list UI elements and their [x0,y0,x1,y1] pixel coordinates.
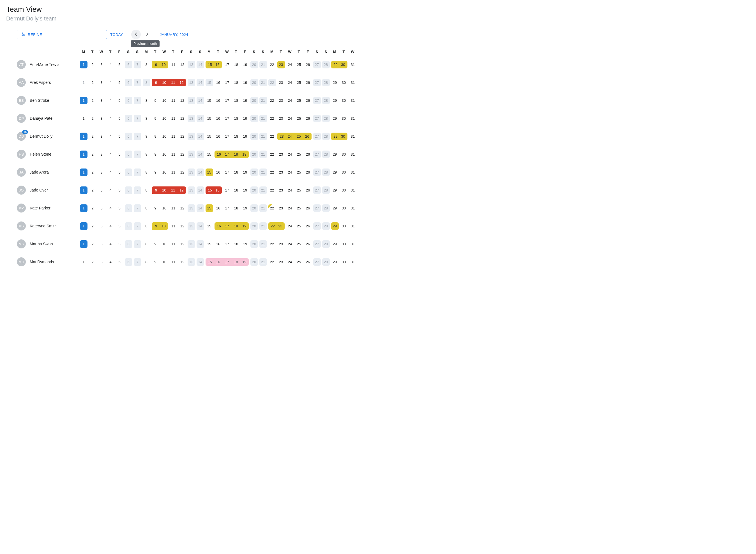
day-cell[interactable]: 29 [331,115,339,122]
day-cell[interactable]: 6 [125,258,132,266]
day-cell[interactable]: 24 [286,151,294,158]
day-cell[interactable]: 22 [268,204,276,212]
day-cell[interactable]: 10 [161,132,168,140]
day-cell[interactable]: 26 [304,97,312,104]
day-cell[interactable]: 15 [206,115,213,122]
day-cell[interactable]: 20 [251,204,258,212]
day-cell[interactable]: 19 [241,186,249,194]
day-cell[interactable]: 21 [259,186,267,194]
day-cell[interactable]: 23 [277,240,285,248]
person-cell[interactable]: ATAnn-Marie Trevis [6,56,79,73]
day-cell[interactable]: 20 [251,97,258,104]
day-cell[interactable]: 11 [170,222,177,230]
day-cell[interactable]: 3 [98,204,105,212]
day-cell[interactable]: 26 [304,258,312,266]
day-cell[interactable]: 28 [322,115,330,122]
prev-month-button[interactable] [131,30,141,39]
day-cell[interactable]: 1 [80,151,88,158]
day-cell[interactable]: 26 [304,222,312,230]
day-cell[interactable]: 10 [161,168,168,176]
day-cell[interactable]: 13 [187,97,195,104]
day-cell[interactable]: 31 [349,168,357,176]
day-cell[interactable]: 20 [251,61,258,68]
day-cell[interactable]: 14 [197,132,204,140]
day-cell[interactable]: 22 [268,132,276,140]
day-cell[interactable]: 18 [231,222,241,230]
day-cell[interactable]: 27 [313,168,321,176]
day-cell[interactable]: 18 [232,97,240,104]
day-cell[interactable]: 25 [295,186,303,194]
day-cell[interactable]: 7 [134,151,141,158]
day-cell[interactable]: 22 [268,151,276,158]
day-cell[interactable]: 24 [286,186,294,194]
day-cell[interactable]: 23 [277,204,285,212]
day-cell[interactable]: 2 [89,79,97,86]
day-cell[interactable]: 30 [339,132,347,140]
day-cell[interactable]: 2 [89,222,97,230]
day-cell[interactable]: 5 [116,151,123,158]
day-cell[interactable]: 31 [349,115,357,122]
day-cell[interactable]: 12 [179,240,186,248]
day-cell[interactable]: 15 [206,204,213,212]
day-cell[interactable]: 31 [349,240,357,248]
day-cell[interactable]: 28 [322,168,330,176]
day-cell[interactable]: 16 [215,97,222,104]
day-cell[interactable]: 21 [259,151,267,158]
day-cell[interactable]: 15 [206,97,213,104]
day-cell[interactable]: 14 [197,79,204,86]
day-cell[interactable]: 27 [313,240,321,248]
day-cell[interactable]: 26 [304,115,312,122]
day-cell[interactable]: 4 [107,132,114,140]
day-cell[interactable]: 28 [322,79,330,86]
day-cell[interactable]: 11 [168,79,178,86]
day-cell[interactable]: 24 [285,132,295,140]
day-cell[interactable]: 31 [349,222,357,230]
day-cell[interactable]: 20 [251,132,258,140]
person-cell[interactable]: MSMartha Swan [6,235,79,253]
day-cell[interactable]: 21 [259,132,267,140]
day-cell[interactable]: 11 [170,151,177,158]
day-cell[interactable]: 29 [331,258,339,266]
day-cell[interactable]: 25 [295,79,303,86]
day-cell[interactable]: 4 [107,240,114,248]
day-cell[interactable]: 18 [232,168,240,176]
day-cell[interactable]: 24 [286,222,294,230]
day-cell[interactable]: 16 [215,132,222,140]
day-cell[interactable]: 17 [222,258,232,266]
day-cell[interactable]: 16 [215,168,222,176]
day-cell[interactable]: 19 [241,168,249,176]
day-cell[interactable]: 31 [349,61,357,68]
day-cell[interactable]: 9 [152,240,159,248]
day-cell[interactable]: 10 [161,240,168,248]
day-cell[interactable]: 19 [241,115,249,122]
day-cell[interactable]: 23 [277,97,285,104]
day-cell[interactable]: 20 [251,186,258,194]
day-cell[interactable]: 17 [223,79,231,86]
person-cell[interactable]: MDMat Dymonds [6,253,79,271]
day-cell[interactable]: 9 [152,115,159,122]
day-cell[interactable]: 10 [161,151,168,158]
day-cell[interactable]: 6 [125,115,132,122]
day-cell[interactable]: 25 [294,132,304,140]
day-cell[interactable]: 22 [268,115,276,122]
day-cell[interactable]: 11 [170,115,177,122]
day-cell[interactable]: 3 [98,115,105,122]
day-cell[interactable]: 19 [241,132,249,140]
day-cell[interactable]: 3 [98,61,105,68]
day-cell[interactable]: 10 [159,79,169,86]
day-cell[interactable]: 10 [161,204,168,212]
day-cell[interactable]: 31 [349,97,357,104]
day-cell[interactable]: 2 [89,186,97,194]
day-cell[interactable]: 29 [331,97,339,104]
person-cell[interactable]: AAArek Aspers [6,73,79,92]
day-cell[interactable]: 6 [125,204,132,212]
day-cell[interactable]: 2 [89,258,97,266]
day-cell[interactable]: 30 [340,79,348,86]
day-cell[interactable]: 7 [134,222,141,230]
day-cell[interactable]: 12 [179,115,186,122]
day-cell[interactable]: 11 [170,97,177,104]
day-cell[interactable]: 4 [107,79,114,86]
day-cell[interactable]: 22 [268,61,276,68]
day-cell[interactable]: 21 [259,61,267,68]
day-cell[interactable]: 7 [134,132,141,140]
